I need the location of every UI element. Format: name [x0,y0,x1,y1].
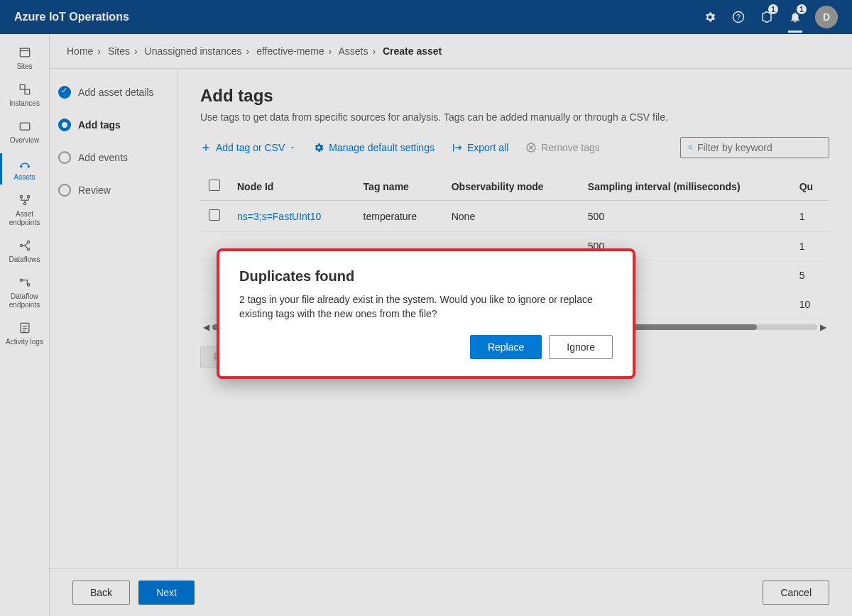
duplicates-modal: Duplicates found 2 tags in your file alr… [217,248,635,379]
ignore-button[interactable]: Ignore [549,335,613,359]
modal-title: Duplicates found [239,268,613,285]
modal-body: 2 tags in your file already exist in the… [239,293,613,321]
modal-overlay: Duplicates found 2 tags in your file alr… [0,0,852,616]
replace-button[interactable]: Replace [470,335,542,359]
